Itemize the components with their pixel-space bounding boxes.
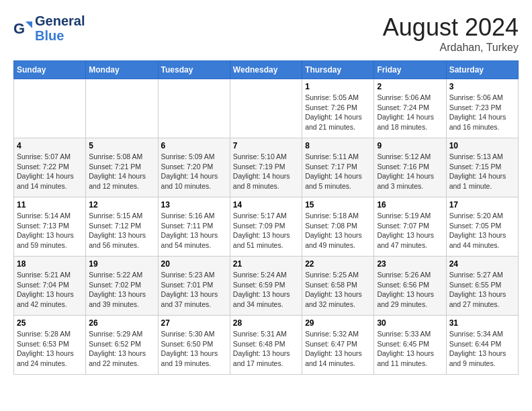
day-number: 7 [233,141,299,150]
day-info: Sunrise: 5:20 AM Sunset: 7:05 PM Dayligh… [449,211,515,250]
calendar-cell: 24Sunrise: 5:27 AM Sunset: 6:55 PM Dayli… [446,257,518,316]
day-info: Sunrise: 5:17 AM Sunset: 7:09 PM Dayligh… [233,211,299,250]
day-number: 26 [89,318,154,328]
day-number: 22 [305,259,371,269]
day-header-friday: Friday [374,61,446,79]
calendar-cell: 29Sunrise: 5:32 AM Sunset: 6:47 PM Dayli… [302,316,374,375]
calendar-week-2: 4Sunrise: 5:07 AM Sunset: 7:22 PM Daylig… [14,138,519,197]
calendar-cell: 6Sunrise: 5:09 AM Sunset: 7:20 PM Daylig… [158,138,230,197]
calendar-cell: 13Sunrise: 5:16 AM Sunset: 7:11 PM Dayli… [158,197,230,257]
day-info: Sunrise: 5:07 AM Sunset: 7:22 PM Dayligh… [17,152,83,191]
day-info: Sunrise: 5:19 AM Sunset: 7:07 PM Dayligh… [377,211,443,250]
day-number: 19 [89,259,154,269]
calendar-cell: 15Sunrise: 5:18 AM Sunset: 7:08 PM Dayli… [302,197,374,257]
day-number: 5 [89,141,154,150]
day-number: 3 [449,82,515,91]
svg-text:G: G [13,20,25,37]
calendar-cell [158,79,230,138]
day-number: 30 [377,318,443,328]
calendar-cell: 16Sunrise: 5:19 AM Sunset: 7:07 PM Dayli… [374,197,446,257]
calendar-week-4: 18Sunrise: 5:21 AM Sunset: 7:04 PM Dayli… [14,257,519,316]
day-info: Sunrise: 5:29 AM Sunset: 6:52 PM Dayligh… [89,329,154,369]
logo-line2: Blue [35,28,85,43]
calendar-cell: 1Sunrise: 5:05 AM Sunset: 7:26 PM Daylig… [302,79,374,138]
month-title: August 2024 [383,13,519,42]
day-header-thursday: Thursday [302,61,374,79]
svg-marker-1 [26,21,32,28]
day-info: Sunrise: 5:24 AM Sunset: 6:59 PM Dayligh… [233,270,299,310]
day-info: Sunrise: 5:12 AM Sunset: 7:16 PM Dayligh… [377,152,443,191]
day-number: 9 [377,141,443,150]
calendar-cell: 8Sunrise: 5:11 AM Sunset: 7:17 PM Daylig… [302,138,374,197]
calendar-cell [86,79,158,138]
day-info: Sunrise: 5:08 AM Sunset: 7:21 PM Dayligh… [89,152,154,191]
calendar-cell: 12Sunrise: 5:15 AM Sunset: 7:12 PM Dayli… [86,197,158,257]
title-area: August 2024 Ardahan, Turkey [383,13,519,54]
day-info: Sunrise: 5:15 AM Sunset: 7:12 PM Dayligh… [89,211,154,250]
calendar-cell: 25Sunrise: 5:28 AM Sunset: 6:53 PM Dayli… [14,316,86,375]
day-info: Sunrise: 5:31 AM Sunset: 6:48 PM Dayligh… [233,329,299,369]
day-info: Sunrise: 5:09 AM Sunset: 7:20 PM Dayligh… [161,152,227,191]
calendar-cell: 30Sunrise: 5:33 AM Sunset: 6:45 PM Dayli… [374,316,446,375]
day-number: 2 [377,82,443,91]
day-info: Sunrise: 5:18 AM Sunset: 7:08 PM Dayligh… [305,211,371,250]
day-number: 4 [17,141,83,150]
calendar-cell: 20Sunrise: 5:23 AM Sunset: 7:01 PM Dayli… [158,257,230,316]
day-number: 28 [233,318,299,328]
day-info: Sunrise: 5:27 AM Sunset: 6:55 PM Dayligh… [449,270,515,310]
calendar-cell: 27Sunrise: 5:30 AM Sunset: 6:50 PM Dayli… [158,316,230,375]
day-number: 25 [17,318,83,328]
calendar-week-3: 11Sunrise: 5:14 AM Sunset: 7:13 PM Dayli… [14,197,519,257]
day-info: Sunrise: 5:22 AM Sunset: 7:02 PM Dayligh… [89,270,154,310]
day-info: Sunrise: 5:25 AM Sunset: 6:58 PM Dayligh… [305,270,371,310]
calendar-cell: 2Sunrise: 5:06 AM Sunset: 7:24 PM Daylig… [374,79,446,138]
day-info: Sunrise: 5:06 AM Sunset: 7:24 PM Dayligh… [377,93,443,132]
logo-icon: G [13,19,32,38]
calendar-cell: 5Sunrise: 5:08 AM Sunset: 7:21 PM Daylig… [86,138,158,197]
day-header-saturday: Saturday [446,61,518,79]
calendar-cell: 11Sunrise: 5:14 AM Sunset: 7:13 PM Dayli… [14,197,86,257]
day-number: 27 [161,318,227,328]
calendar-cell: 21Sunrise: 5:24 AM Sunset: 6:59 PM Dayli… [230,257,302,316]
day-info: Sunrise: 5:30 AM Sunset: 6:50 PM Dayligh… [161,329,227,369]
day-info: Sunrise: 5:32 AM Sunset: 6:47 PM Dayligh… [305,329,371,369]
day-info: Sunrise: 5:16 AM Sunset: 7:11 PM Dayligh… [161,211,227,250]
day-header-sunday: Sunday [14,61,86,79]
calendar-header: SundayMondayTuesdayWednesdayThursdayFrid… [14,61,519,79]
day-info: Sunrise: 5:14 AM Sunset: 7:13 PM Dayligh… [17,211,83,250]
calendar-cell: 22Sunrise: 5:25 AM Sunset: 6:58 PM Dayli… [302,257,374,316]
calendar-week-1: 1Sunrise: 5:05 AM Sunset: 7:26 PM Daylig… [14,79,519,138]
day-info: Sunrise: 5:26 AM Sunset: 6:56 PM Dayligh… [377,270,443,310]
location-subtitle: Ardahan, Turkey [383,42,519,54]
day-number: 15 [305,200,371,210]
day-number: 16 [377,200,443,210]
day-info: Sunrise: 5:11 AM Sunset: 7:17 PM Dayligh… [305,152,371,191]
day-number: 31 [449,318,515,328]
day-number: 21 [233,259,299,269]
day-number: 1 [305,82,371,91]
day-info: Sunrise: 5:06 AM Sunset: 7:23 PM Dayligh… [449,93,515,132]
day-info: Sunrise: 5:33 AM Sunset: 6:45 PM Dayligh… [377,329,443,369]
day-header-tuesday: Tuesday [158,61,230,79]
calendar-cell: 19Sunrise: 5:22 AM Sunset: 7:02 PM Dayli… [86,257,158,316]
day-number: 14 [233,200,299,210]
day-info: Sunrise: 5:13 AM Sunset: 7:15 PM Dayligh… [449,152,515,191]
calendar-table: SundayMondayTuesdayWednesdayThursdayFrid… [13,60,519,375]
day-number: 6 [161,141,227,150]
day-header-monday: Monday [86,61,158,79]
calendar-body: 1Sunrise: 5:05 AM Sunset: 7:26 PM Daylig… [14,79,519,375]
day-number: 18 [17,259,83,269]
calendar-cell: 9Sunrise: 5:12 AM Sunset: 7:16 PM Daylig… [374,138,446,197]
calendar-cell: 4Sunrise: 5:07 AM Sunset: 7:22 PM Daylig… [14,138,86,197]
day-number: 8 [305,141,371,150]
day-number: 17 [449,200,515,210]
day-number: 13 [161,200,227,210]
calendar-cell [230,79,302,138]
day-info: Sunrise: 5:34 AM Sunset: 6:44 PM Dayligh… [449,329,515,369]
day-info: Sunrise: 5:28 AM Sunset: 6:53 PM Dayligh… [17,329,83,369]
calendar-cell: 7Sunrise: 5:10 AM Sunset: 7:19 PM Daylig… [230,138,302,197]
day-number: 29 [305,318,371,328]
calendar-cell: 14Sunrise: 5:17 AM Sunset: 7:09 PM Dayli… [230,197,302,257]
calendar-cell: 26Sunrise: 5:29 AM Sunset: 6:52 PM Dayli… [86,316,158,375]
day-info: Sunrise: 5:23 AM Sunset: 7:01 PM Dayligh… [161,270,227,310]
